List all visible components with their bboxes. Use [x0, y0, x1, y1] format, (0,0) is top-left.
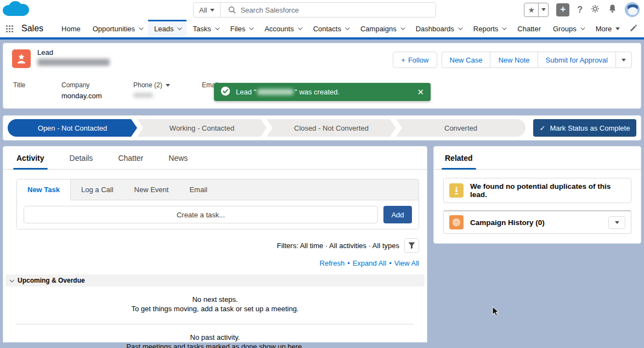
activity-divider [16, 324, 414, 324]
tab-chatter[interactable]: Chatter [118, 147, 143, 169]
path-stage-open-not-contacted[interactable]: Open - Not Contacted [8, 119, 137, 137]
mouse-cursor [492, 306, 500, 319]
no-next-steps-message: No next steps. To get things moving, add… [3, 295, 427, 313]
phone-dropdown-icon[interactable] [166, 84, 170, 87]
activity-links: Refresh • Expand All • View All [3, 259, 427, 267]
chevron-down-icon [9, 278, 14, 282]
submit-for-approval-button[interactable]: Submit for Approval [538, 52, 615, 68]
expand-all-link[interactable]: Expand All [353, 259, 386, 267]
phone-value-redacted [133, 93, 153, 98]
tab-log-a-call[interactable]: Log a Call [71, 179, 124, 200]
plus-icon: + [401, 56, 405, 64]
global-search[interactable]: All [193, 2, 436, 18]
activity-filters-summary: Filters: All time · All activities · All… [277, 242, 399, 250]
filter-button[interactable] [404, 238, 419, 253]
nav-items: Home Opportunities Leads Tasks Files Acc… [55, 20, 626, 37]
create-task-input[interactable] [24, 206, 378, 223]
nav-item-accounts[interactable]: Accounts [258, 20, 307, 37]
record-entity-label: Lead [37, 48, 110, 57]
chevron-down-icon [502, 25, 507, 30]
chevron-down-icon [458, 25, 462, 30]
tab-email[interactable]: Email [179, 179, 218, 200]
nav-item-contacts[interactable]: Contacts [307, 20, 354, 37]
page-content: Lead + Follow New Case New Note Submit f… [0, 40, 644, 344]
user-avatar[interactable] [625, 2, 640, 17]
nav-item-tasks[interactable]: Tasks [187, 20, 224, 37]
publisher-tabs: New Task Log a Call New Event Email [17, 179, 419, 200]
field-title: Title [13, 81, 61, 100]
record-action-buttons: + Follow New Case New Note Submit for Ap… [393, 52, 632, 68]
toast-message: Lead " " was created. [236, 88, 340, 96]
follow-button[interactable]: + Follow [393, 52, 437, 68]
nav-item-more[interactable]: More [590, 20, 626, 37]
upcoming-overdue-section-header[interactable]: Upcoming & Overdue [5, 274, 425, 287]
add-task-button[interactable]: Add [383, 206, 412, 223]
app-name[interactable]: Sales [18, 20, 55, 37]
global-actions-plus-icon[interactable]: + [556, 3, 569, 16]
edit-navigation-pencil-icon[interactable] [629, 24, 637, 35]
salesforce-logo[interactable] [1, 0, 31, 21]
chevron-down-icon [178, 25, 182, 30]
header-utility-icons: ★ + ? [524, 2, 640, 17]
view-all-link[interactable]: View All [394, 259, 419, 267]
nav-item-chatter[interactable]: Chatter [511, 20, 547, 37]
favorites-star-icon[interactable]: ★ [524, 3, 539, 16]
record-tabs: Activity Details Chatter News [3, 147, 427, 170]
tab-details[interactable]: Details [70, 147, 93, 169]
new-note-button[interactable]: New Note [490, 52, 537, 68]
lead-record-icon [12, 49, 31, 68]
nav-item-campaigns[interactable]: Campaigns [354, 20, 410, 37]
search-scope-label: All [199, 6, 207, 14]
related-panel: Related We found no potential duplicates… [433, 146, 641, 244]
tab-news[interactable]: News [168, 147, 188, 169]
favorites-control[interactable]: ★ [524, 3, 549, 17]
search-icon [221, 6, 240, 14]
success-toast: Lead " " was created. ✕ [214, 83, 431, 101]
tab-new-task[interactable]: New Task [17, 179, 71, 200]
search-scope-dropdown[interactable]: All [194, 3, 221, 17]
chevron-down-icon [139, 25, 143, 30]
campaign-history-title: Campaign History (0) [470, 218, 545, 227]
refresh-link[interactable]: Refresh [320, 259, 345, 267]
lead-status-path: Open - Not Contacted Working - Contacted… [3, 115, 641, 141]
chevron-down-icon [400, 25, 405, 30]
toast-lead-name-redacted [257, 89, 293, 95]
more-actions-dropdown-button[interactable] [615, 52, 632, 68]
tab-related[interactable]: Related [445, 147, 473, 169]
path-stage-converted[interactable]: Converted [396, 119, 526, 137]
success-check-icon [221, 86, 230, 98]
salesforce-lead-page: All ★ + ? [0, 0, 644, 348]
help-icon[interactable]: ? [577, 5, 583, 15]
nav-item-files[interactable]: Files [224, 20, 258, 37]
chevron-down-icon [345, 25, 349, 30]
notifications-bell-icon[interactable] [608, 4, 617, 16]
toast-close-icon[interactable]: ✕ [417, 87, 424, 97]
chevron-down-icon [210, 9, 214, 12]
nav-item-groups[interactable]: Groups [547, 20, 590, 37]
search-input[interactable] [240, 6, 436, 14]
field-phone: Phone (2) [133, 81, 202, 100]
nav-item-dashboards[interactable]: Dashboards [410, 20, 467, 37]
favorites-chevron-icon[interactable] [539, 3, 548, 16]
path-stage-working-contacted[interactable]: Working - Contacted [137, 119, 267, 137]
activity-publisher: New Task Log a Call New Event Email Add [16, 179, 419, 229]
nav-item-home[interactable]: Home [55, 20, 87, 37]
campaign-history-dropdown-button[interactable] [608, 216, 625, 229]
nav-item-reports[interactable]: Reports [467, 20, 512, 37]
chevron-down-icon [215, 25, 219, 30]
no-past-activity-message: No past activity. Past meetings and task… [3, 333, 427, 348]
nav-item-opportunities[interactable]: Opportunities [87, 20, 148, 37]
app-navigation-bar: Sales Home Opportunities Leads Tasks Fil… [0, 20, 644, 40]
path-stage-closed-not-converted[interactable]: Closed - Not Converted [267, 119, 396, 137]
nav-item-leads[interactable]: Leads [148, 20, 187, 37]
app-launcher-icon[interactable] [0, 20, 18, 37]
tab-new-event[interactable]: New Event [124, 179, 179, 200]
check-icon: ✓ [540, 124, 546, 132]
new-case-button[interactable]: New Case [442, 52, 490, 68]
mark-status-complete-button[interactable]: ✓ Mark Status as Complete [533, 119, 636, 137]
field-company: Company monday.com [61, 81, 133, 100]
duplicates-message: We found no potential duplicates of this… [470, 182, 625, 199]
tab-activity[interactable]: Activity [16, 147, 44, 169]
duplicate-check-icon [449, 183, 464, 198]
setup-gear-icon[interactable] [590, 4, 600, 16]
